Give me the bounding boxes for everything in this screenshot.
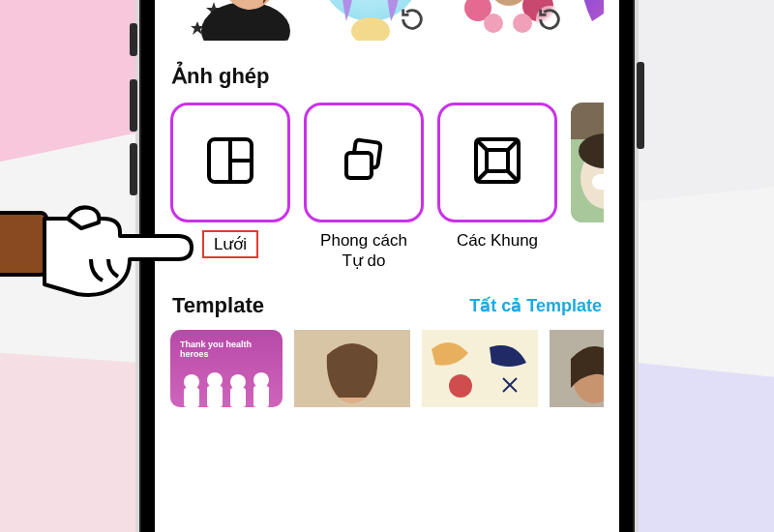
template-thumb-portrait2[interactable] <box>550 330 604 407</box>
svg-rect-45 <box>253 386 269 407</box>
template-thumb-abstract[interactable] <box>422 330 538 407</box>
collage-tile-row <box>170 103 604 222</box>
phone-mute-switch <box>130 23 137 56</box>
frame-icon <box>470 133 524 192</box>
svg-point-42 <box>230 374 246 390</box>
svg-rect-26 <box>346 153 372 178</box>
stack-icon <box>337 133 391 192</box>
collage-tile-photo-preview[interactable] <box>571 103 604 222</box>
art-thumb-galaxy[interactable] <box>582 0 604 41</box>
phone-frame: Ảnh ghép <box>135 0 639 532</box>
collage-label-freestyle: Phong cách Tự do <box>304 230 424 272</box>
svg-rect-48 <box>422 330 538 407</box>
grid-icon <box>203 133 257 192</box>
phone-side-button <box>637 62 644 149</box>
svg-point-16 <box>484 14 503 33</box>
svg-rect-54 <box>0 213 46 275</box>
svg-point-38 <box>184 374 199 390</box>
svg-rect-34 <box>571 103 604 139</box>
svg-point-40 <box>207 372 223 388</box>
tutorial-hand-pointer <box>0 180 207 348</box>
svg-rect-28 <box>487 150 508 171</box>
svg-rect-39 <box>184 388 199 407</box>
art-thumb-stars[interactable] <box>170 0 296 41</box>
svg-point-17 <box>513 14 532 33</box>
template-row: Thank you health heroes <box>170 330 604 407</box>
art-thumb-purple[interactable] <box>308 0 433 41</box>
refresh-badge-icon[interactable] <box>536 6 563 33</box>
collage-section-title: Ảnh ghép <box>172 64 602 89</box>
collage-label-frames: Các Khung <box>437 230 557 272</box>
template-thumb-portrait1[interactable] <box>294 330 410 407</box>
collage-labels: Lưới Phong cách Tự do Các Khung <box>170 230 604 272</box>
refresh-badge-icon[interactable] <box>399 6 426 33</box>
phone-screen: Ảnh ghép <box>155 0 619 532</box>
svg-rect-43 <box>230 388 246 407</box>
all-templates-link[interactable]: Tất cả Template <box>469 295 602 316</box>
collage-tile-frames[interactable] <box>437 103 557 222</box>
svg-point-49 <box>449 374 472 398</box>
artwork-row <box>170 0 604 41</box>
collage-label-grid: Lưới <box>202 230 258 258</box>
art-thumb-floral[interactable] <box>445 0 571 41</box>
svg-point-44 <box>253 372 269 388</box>
phone-volume-up <box>130 79 137 132</box>
collage-tile-freestyle[interactable] <box>304 103 424 222</box>
svg-rect-41 <box>207 386 223 407</box>
